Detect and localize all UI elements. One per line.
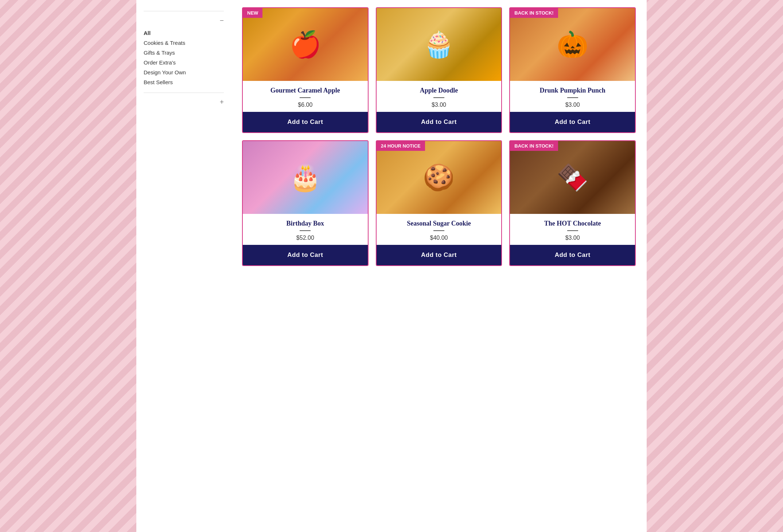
product-divider-gourmet-caramel-apple [300,97,311,98]
product-divider-seasonal-sugar-cookie [433,230,444,231]
product-divider-apple-doodle [433,97,444,98]
sidebar: AllCookies & TreatsGifts & TraysOrder Ex… [136,0,231,532]
product-divider-the-hot-chocolate [567,230,578,231]
product-name-apple-doodle: Apple Doodle [381,87,497,94]
sidebar-item-order-extras[interactable]: Order Extra's [144,59,224,66]
product-image-gourmet-caramel-apple: 🍎 [243,8,368,81]
product-divider-drunk-pumpkin-punch [567,97,578,98]
product-image-drunk-pumpkin-punch: 🎃 [510,8,635,81]
sidebar-item-design-your-own[interactable]: Design Your Own [144,69,224,75]
price-expand-icon[interactable] [220,98,224,106]
product-image-the-hot-chocolate: 🍫 [510,141,635,214]
product-image-wrapper-the-hot-chocolate: 🍫 BACK IN STOCK! [510,141,635,214]
product-name-the-hot-chocolate: The HOT Chocolate [514,220,631,227]
sidebar-item-all[interactable]: All [144,30,224,36]
add-to-cart-button-drunk-pumpkin-punch[interactable]: Add to Cart [510,112,635,132]
product-info-seasonal-sugar-cookie: Seasonal Sugar Cookie $40.00 [377,214,502,245]
add-to-cart-button-the-hot-chocolate[interactable]: Add to Cart [510,245,635,265]
sidebar-item-gifts-trays[interactable]: Gifts & Trays [144,50,224,56]
product-image-wrapper-gourmet-caramel-apple: 🍎 NEW [243,8,368,81]
product-price-gourmet-caramel-apple: $6.00 [247,102,363,108]
product-image-wrapper-birthday-box: 🎂 [243,141,368,214]
product-price-apple-doodle: $3.00 [381,102,497,108]
product-card-apple-doodle: 🧁 Apple Doodle $3.00 Add to Cart [376,7,502,133]
product-info-birthday-box: Birthday Box $52.00 [243,214,368,245]
product-image-wrapper-seasonal-sugar-cookie: 🍪 24 Hour Notice [377,141,502,214]
main-content: 🍎 NEW Gourmet Caramel Apple $6.00 Add to… [231,0,647,532]
product-info-apple-doodle: Apple Doodle $3.00 [377,81,502,112]
price-section [144,93,224,106]
product-price-birthday-box: $52.00 [247,235,363,241]
product-card-gourmet-caramel-apple: 🍎 NEW Gourmet Caramel Apple $6.00 Add to… [242,7,369,133]
product-card-the-hot-chocolate: 🍫 BACK IN STOCK! The HOT Chocolate $3.00… [509,140,636,266]
product-price-seasonal-sugar-cookie: $40.00 [381,235,497,241]
page-wrapper: AllCookies & TreatsGifts & TraysOrder Ex… [136,0,647,532]
add-to-cart-button-birthday-box[interactable]: Add to Cart [243,245,368,265]
product-card-seasonal-sugar-cookie: 🍪 24 Hour Notice Seasonal Sugar Cookie $… [376,140,502,266]
add-to-cart-button-seasonal-sugar-cookie[interactable]: Add to Cart [377,245,502,265]
product-badge-the-hot-chocolate: BACK IN STOCK! [510,141,558,151]
product-image-apple-doodle: 🧁 [377,8,502,81]
nav-list: AllCookies & TreatsGifts & TraysOrder Ex… [144,30,224,85]
product-info-the-hot-chocolate: The HOT Chocolate $3.00 [510,214,635,245]
collection-header [144,16,224,25]
product-price-the-hot-chocolate: $3.00 [514,235,631,241]
product-price-drunk-pumpkin-punch: $3.00 [514,102,631,108]
product-image-seasonal-sugar-cookie: 🍪 [377,141,502,214]
product-name-seasonal-sugar-cookie: Seasonal Sugar Cookie [381,220,497,227]
add-to-cart-button-gourmet-caramel-apple[interactable]: Add to Cart [243,112,368,132]
product-badge-drunk-pumpkin-punch: BACK IN STOCK! [510,8,558,18]
product-card-drunk-pumpkin-punch: 🎃 BACK IN STOCK! Drunk Pumpkin Punch $3.… [509,7,636,133]
product-badge-gourmet-caramel-apple: NEW [243,8,262,18]
product-image-wrapper-drunk-pumpkin-punch: 🎃 BACK IN STOCK! [510,8,635,81]
collection-section: AllCookies & TreatsGifts & TraysOrder Ex… [144,11,224,85]
product-image-wrapper-apple-doodle: 🧁 [377,8,502,81]
sidebar-item-cookies-treats[interactable]: Cookies & Treats [144,40,224,46]
product-name-drunk-pumpkin-punch: Drunk Pumpkin Punch [514,87,631,94]
product-badge-seasonal-sugar-cookie: 24 Hour Notice [377,141,425,151]
product-name-birthday-box: Birthday Box [247,220,363,227]
sidebar-item-best-sellers[interactable]: Best Sellers [144,79,224,85]
collection-collapse-icon[interactable] [220,16,224,25]
add-to-cart-button-apple-doodle[interactable]: Add to Cart [377,112,502,132]
product-divider-birthday-box [300,230,311,231]
product-name-gourmet-caramel-apple: Gourmet Caramel Apple [247,87,363,94]
product-grid: 🍎 NEW Gourmet Caramel Apple $6.00 Add to… [242,7,636,266]
product-info-gourmet-caramel-apple: Gourmet Caramel Apple $6.00 [243,81,368,112]
product-image-birthday-box: 🎂 [243,141,368,214]
product-card-birthday-box: 🎂 Birthday Box $52.00 Add to Cart [242,140,369,266]
product-info-drunk-pumpkin-punch: Drunk Pumpkin Punch $3.00 [510,81,635,112]
